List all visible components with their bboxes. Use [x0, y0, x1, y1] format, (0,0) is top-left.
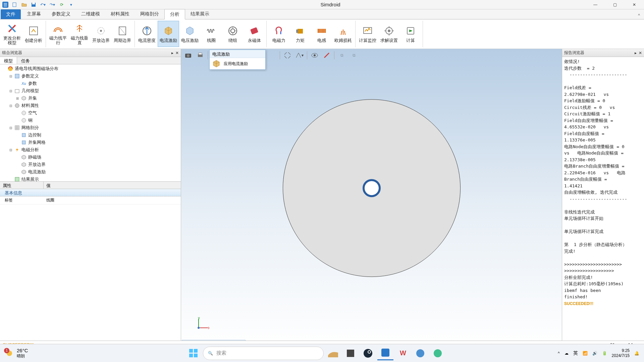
ribbon-collapse-icon[interactable]: ^	[634, 12, 644, 19]
camera-icon[interactable]	[182, 50, 194, 60]
viewport[interactable]: · ▾ ⧉ ⧉ 电流激励 应用电流激励 y	[181, 49, 562, 349]
ribbon-开放边界[interactable]: 开放边界	[90, 21, 112, 47]
undo-icon[interactable]: ↶▾	[39, 1, 47, 8]
ribbon-周期边界[interactable]: 周期边界	[112, 21, 133, 47]
tree-node[interactable]: ⊟网格剖分	[0, 124, 181, 131]
tree-node[interactable]: 并集网格	[0, 139, 181, 146]
tree-node[interactable]: 边控制	[0, 131, 181, 139]
tree-node[interactable]: 结果展示	[0, 176, 181, 182]
report-log[interactable]: 敛情况! 迭代步数 = 2 ---------------------- Fie…	[562, 57, 644, 349]
ribbon-线圈[interactable]: 线圈	[201, 21, 222, 47]
tray-notifications-icon[interactable]: 🔔	[634, 351, 639, 356]
visible-icon[interactable]	[309, 50, 320, 60]
taskbar-weather[interactable]: 1 26°C 晴朗	[0, 348, 74, 359]
measure-icon[interactable]	[321, 50, 332, 60]
tree-node[interactable]: 铜	[0, 117, 181, 124]
expand-icon[interactable]: ⊟	[9, 104, 13, 108]
ribbon-欧姆损耗[interactable]: 欧姆损耗	[332, 21, 354, 47]
ribbon-计算监控[interactable]: 计算监控	[357, 21, 378, 47]
tray-ime[interactable]: 英	[573, 350, 578, 356]
new-icon[interactable]	[11, 1, 19, 8]
task-edge[interactable]	[430, 346, 446, 360]
task-browser[interactable]	[412, 346, 428, 360]
taskbar-search[interactable]: 🔍 搜索	[203, 347, 324, 360]
tray-wifi-icon[interactable]: 📶	[583, 351, 588, 356]
tree-node[interactable]: 开放边界	[0, 161, 181, 168]
task-wps[interactable]: W	[395, 346, 411, 360]
ribbon-计算[interactable]: 计算	[400, 21, 421, 47]
app-icon[interactable]	[1, 1, 9, 8]
tray-clock[interactable]: 9:25 2024/7/15	[612, 348, 630, 358]
subtab-任务[interactable]: 任务	[17, 57, 34, 64]
ribbon-绕组[interactable]: 绕组	[222, 21, 244, 47]
tab-3[interactable]: 材料属性	[105, 9, 135, 19]
tab-1[interactable]: 参数定义	[46, 9, 76, 19]
tab-4[interactable]: 网格剖分	[135, 9, 164, 19]
close-button[interactable]: ✕	[625, 0, 644, 9]
pin-left-icon[interactable]: ▸	[635, 51, 637, 55]
axis-icon[interactable]: ▾	[294, 50, 305, 60]
tree-node[interactable]: 空气	[0, 109, 181, 117]
prop-row[interactable]: 标签 线圈	[0, 196, 181, 204]
ribbon-求解设置[interactable]: 求解设置	[378, 21, 400, 47]
tray-cloud-icon[interactable]: ☁	[565, 351, 569, 356]
ribbon-创建分析[interactable]: 创建分析	[23, 21, 44, 47]
ribbon-icon	[316, 25, 328, 37]
task-steam[interactable]	[360, 346, 376, 360]
tree-node[interactable]: 静磁场	[0, 154, 181, 161]
tab-file[interactable]: 文件	[1, 9, 21, 19]
paste-icon[interactable]: ⧉	[348, 50, 360, 60]
tree-node[interactable]: ⊞并集	[0, 95, 181, 102]
ribbon-磁力线平行[interactable]: 磁力线平行	[47, 21, 69, 47]
tree-node[interactable]: ⊟参数定义	[0, 72, 181, 80]
ribbon-电压激励[interactable]: 电压激励	[179, 21, 201, 47]
task-simdroid[interactable]	[377, 346, 393, 360]
ribbon-磁力线垂直[interactable]: 磁力线垂直	[69, 21, 90, 47]
tree-node[interactable]: 通电导线周围磁场分布	[0, 65, 181, 72]
close-panel-icon[interactable]: ✕	[175, 51, 179, 55]
expand-icon[interactable]: ⊟	[9, 74, 13, 78]
expand-icon[interactable]: ⊟	[9, 148, 13, 152]
ribbon-电磁力[interactable]: 电磁力	[268, 21, 289, 47]
qat-more-icon[interactable]: ▾	[67, 1, 75, 8]
ribbon-更改分析模型[interactable]: 更改分析模型	[1, 21, 23, 47]
expand-icon[interactable]: ⊟	[9, 89, 13, 93]
tree-node[interactable]: 电流激励	[0, 168, 181, 176]
ribbon-永磁体[interactable]: 永磁体	[244, 21, 265, 47]
start-button[interactable]	[185, 346, 202, 360]
minimize-button[interactable]: —	[586, 0, 605, 9]
tray-battery-icon[interactable]: 🔋	[602, 351, 607, 356]
refresh-icon[interactable]: ⟳	[58, 1, 66, 8]
ribbon-电感[interactable]: 电感	[311, 21, 332, 47]
print-icon[interactable]	[195, 50, 206, 60]
tree-node[interactable]: Xu参数	[0, 80, 181, 87]
save-icon[interactable]	[30, 1, 38, 8]
task-app1[interactable]	[325, 346, 341, 360]
pin-right-icon[interactable]: ▸	[171, 51, 173, 55]
expand-icon[interactable]: ⊞	[15, 97, 19, 100]
tab-2[interactable]: 二维建模	[76, 9, 105, 19]
tab-5[interactable]: 分析	[164, 9, 185, 19]
model-render[interactable]	[283, 99, 461, 277]
tree-node[interactable]: ⊟电磁分析	[0, 146, 181, 154]
tab-6[interactable]: 结果展示	[185, 9, 215, 19]
ribbon-电流密度[interactable]: 电流密度	[136, 21, 158, 47]
ribbon-力矩[interactable]: 力矩	[289, 21, 311, 47]
tray-volume-icon[interactable]: 🔊	[592, 351, 597, 356]
boundary-icon[interactable]	[282, 50, 293, 60]
maximize-button[interactable]: ▢	[605, 0, 625, 9]
dropdown-item-apply[interactable]: 应用电流激励	[210, 58, 265, 69]
subtab-模型[interactable]: 模型	[0, 57, 17, 64]
ribbon-电流激励[interactable]: 电流激励	[158, 21, 179, 47]
copy-icon[interactable]: ⧉	[336, 50, 347, 60]
tray-chevron-icon[interactable]: ^	[558, 351, 560, 356]
tree-node[interactable]: ⊟材料属性	[0, 102, 181, 109]
open-icon[interactable]	[20, 1, 28, 8]
model-tree[interactable]: 通电导线周围磁场分布⊟参数定义Xu参数⊟几何模型⊞并集⊟材料属性空气铜⊟网格剖分…	[0, 64, 181, 182]
close-right-panel-icon[interactable]: ✕	[639, 51, 642, 55]
expand-icon[interactable]: ⊟	[9, 126, 13, 130]
task-app2[interactable]	[342, 346, 359, 360]
tab-0[interactable]: 主屏幕	[21, 9, 46, 19]
redo-icon[interactable]: ↷▾	[48, 1, 56, 8]
tree-node[interactable]: ⊟几何模型	[0, 87, 181, 95]
